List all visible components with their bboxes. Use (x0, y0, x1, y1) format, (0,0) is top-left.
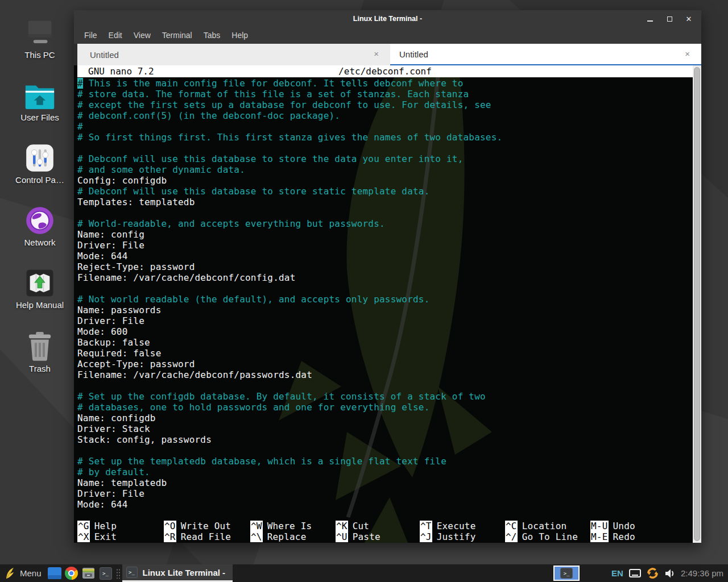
menu-item-help[interactable]: Help (226, 27, 254, 44)
update-refresh-icon (646, 567, 659, 580)
terminal-line: # databases, one to hold passwords and o… (77, 402, 693, 413)
menu-button[interactable]: Menu (0, 564, 46, 582)
terminal-window: Linux Lite Terminal - ✕ FileEditViewTerm… (74, 10, 701, 543)
terminal-line (77, 143, 693, 153)
desktop-icon-help-manual[interactable]: Help Manual (6, 263, 74, 322)
nano-shortcut-replace: ^\Replace (250, 531, 307, 542)
terminal-line: # and some other dynamic data. (77, 164, 693, 175)
terminal-line (77, 380, 693, 391)
desktop: This PC User Files (0, 0, 728, 582)
terminal-line: # store data. The format of this file is… (77, 89, 693, 99)
terminal-line: # Set up the configdb database. By defau… (77, 391, 693, 402)
linux-lite-logo-icon (5, 567, 16, 580)
window-title: Linux Lite Terminal - (74, 10, 701, 27)
control-panel-icon (6, 138, 74, 173)
terminal-line: # by default. (77, 467, 693, 477)
terminal-line (77, 283, 693, 294)
terminal-line: # (77, 121, 693, 132)
terminal-line: Required: false (77, 348, 693, 359)
nano-titlebar: GNU nano 7.2 /etc/debconf.conf (77, 65, 693, 77)
updates-tray-button[interactable] (646, 567, 659, 580)
menu-item-terminal[interactable]: Terminal (156, 27, 198, 44)
folder-home-icon (6, 75, 74, 110)
terminal-line: Mode: 644 (77, 499, 693, 510)
terminal-icon: >_ (126, 567, 138, 578)
nano-text-area[interactable]: # This is the main config file for debco… (77, 78, 693, 510)
menu-item-edit[interactable]: Edit (103, 27, 128, 44)
terminal-launcher[interactable]: >_ (97, 564, 114, 582)
terminal-line: Reject-Type: password (77, 261, 693, 272)
terminal-line: Mode: 600 (77, 326, 693, 337)
nano-shortcut-bar: ^GHelp^OWrite Out^WWhere Is^KCut^TExecut… (77, 521, 693, 542)
terminal-line: Filename: /var/cache/debconf/config.dat (77, 272, 693, 283)
menu-label: Menu (20, 568, 42, 578)
terminal-line: Templates: templatedb (77, 197, 693, 207)
terminal-line: # Debconf will use this database to stor… (77, 186, 693, 197)
file-manager-launcher[interactable] (80, 564, 97, 582)
desktop-icon-user-files[interactable]: User Files (6, 75, 74, 134)
scrollbar-thumb[interactable] (694, 67, 700, 541)
terminal-line: Name: configdb (77, 413, 693, 423)
window-titlebar[interactable]: Linux Lite Terminal - ✕ (74, 10, 701, 27)
terminal-line: # World-readable, and accepts everything… (77, 218, 693, 229)
terminal-content[interactable]: GNU nano 7.2 /etc/debconf.conf # This is… (74, 65, 701, 543)
computer-icon (6, 13, 74, 48)
desktop-icon-trash[interactable]: Trash (6, 326, 74, 385)
network-globe-icon (6, 200, 74, 235)
tab-untitled-1[interactable]: Untitled × (77, 44, 390, 65)
desktop-icon-this-pc[interactable]: This PC (6, 13, 74, 72)
nano-shortcut-go-to-line: ^/Go To Line (505, 531, 578, 542)
desktop-icon-label: Trash (6, 364, 74, 373)
clock[interactable]: 2:49:36 pm (681, 568, 723, 578)
chrome-launcher[interactable] (63, 564, 80, 582)
speaker-icon (664, 568, 676, 579)
workspace-icon (48, 567, 61, 579)
nano-shortcut-redo: M-ERedo (590, 531, 635, 542)
volume-tray-button[interactable] (664, 568, 676, 579)
nano-file-path: /etc/debconf.conf (77, 65, 693, 77)
tab-untitled-2[interactable]: Untitled × (390, 44, 701, 65)
terminal-line: Name: templatedb (77, 477, 693, 488)
text-cursor: # (77, 78, 83, 89)
desktop-pager-button[interactable] (46, 564, 63, 582)
window-preview-button[interactable]: >_ (553, 566, 580, 581)
language-indicator[interactable]: EN (611, 568, 623, 578)
nano-shortcut-paste: ^UPaste (336, 531, 380, 542)
terminal-line: Mode: 644 (77, 251, 693, 261)
desktop-icon-network[interactable]: Network (6, 200, 74, 259)
terminal-line (77, 207, 693, 218)
chrome-icon (65, 567, 78, 580)
menu-item-tabs[interactable]: Tabs (198, 27, 226, 44)
scrollbar-track[interactable] (693, 65, 701, 543)
nano-shortcut-justify: ^JJustify (420, 531, 476, 542)
desktop-icon-control-panel[interactable]: Control Pa… (6, 138, 74, 197)
close-button[interactable]: ✕ (683, 13, 694, 24)
window-task-button[interactable]: >_ Linux Lite Terminal - (122, 564, 233, 582)
taskbar-handle[interactable] (116, 568, 121, 579)
menubar: FileEditViewTerminalTabsHelp (74, 27, 701, 44)
desktop-icon-label: Network (6, 238, 74, 247)
tab-close-icon[interactable]: × (374, 44, 379, 65)
terminal-line (77, 445, 693, 456)
desktop-icon-label: Control Pa… (6, 175, 74, 185)
nano-shortcut-where-is: ^WWhere Is (250, 521, 312, 531)
keyboard-layout-icon[interactable] (629, 569, 641, 577)
terminal-line: Backup: false (77, 337, 693, 348)
file-cabinet-icon (82, 567, 95, 580)
terminal-line: Driver: Stack (77, 423, 693, 434)
nano-shortcut-help: ^GHelp (77, 521, 117, 531)
terminal-line: Driver: File (77, 488, 693, 499)
desktop-icon-label: Help Manual (6, 300, 74, 310)
desktop-icon-label: User Files (6, 113, 74, 122)
minimize-button[interactable] (644, 13, 656, 24)
menu-item-view[interactable]: View (128, 27, 156, 44)
maximize-button[interactable] (664, 13, 675, 24)
terminal-line: # So first things first. This first stan… (77, 132, 693, 143)
terminal-line: Driver: File (77, 240, 693, 251)
terminal-line: Driver: File (77, 315, 693, 326)
terminal-line: Name: passwords (77, 305, 693, 315)
terminal-line: # debconf.conf(5) (in the debconf-doc pa… (77, 110, 693, 121)
task-button-label: Linux Lite Terminal - (143, 568, 226, 577)
tab-close-icon[interactable]: × (685, 44, 690, 65)
menu-item-file[interactable]: File (78, 27, 103, 44)
